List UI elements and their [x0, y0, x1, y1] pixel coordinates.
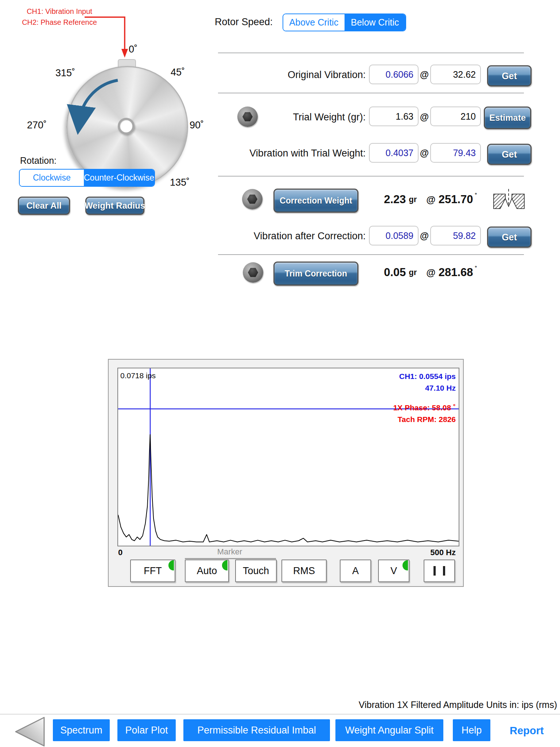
ch1-frequency-readout: 47.10 Hz	[425, 384, 456, 392]
toolbar-item-help[interactable]: Help	[453, 719, 490, 741]
vibration-trial-amplitude-field[interactable]: 0.4037	[369, 143, 419, 163]
vibration-after-get-button[interactable]: Get	[487, 227, 532, 248]
rotation-segmented-control: Clockwise Counter-Clockwise	[19, 169, 155, 187]
toolbar-item-weight-angular-split[interactable]: Weight Angular Split	[335, 719, 443, 741]
trial-weight-label: Trial Weight (gr):	[183, 112, 366, 123]
rms-button[interactable]: RMS	[281, 560, 327, 582]
at-sign: @	[426, 194, 435, 205]
a-units-button-label: A	[352, 565, 359, 577]
toolbar-item-permissible-residual-imbal[interactable]: Permissible Residual Imbal	[183, 719, 330, 741]
toolbar-item-polar-plot[interactable]: Polar Plot	[117, 719, 176, 741]
x-axis-min-label: 0	[118, 548, 122, 557]
auto-button[interactable]: Auto	[185, 560, 229, 582]
green-led-icon	[168, 560, 174, 570]
ch1-amplitude-readout: CH1: 0.0554 ips	[399, 372, 456, 381]
pause-icon	[433, 566, 445, 576]
disk-center-hole	[118, 118, 135, 135]
original-vibration-amplitude-field[interactable]: 0.6066	[369, 65, 419, 84]
degree-label-315: 315˚	[55, 67, 75, 79]
section-divider	[218, 254, 524, 255]
phase-readout: 1X Phase: 58.08 ˚	[393, 403, 456, 412]
rotation-label: Rotation:	[20, 155, 57, 166]
fft-button-label: FFT	[144, 565, 162, 577]
original-vibration-get-button[interactable]: Get	[487, 65, 532, 86]
vibration-after-correction-label: Vibration after Correction:	[183, 231, 366, 242]
vibration-trial-phase-field[interactable]: 79.43	[430, 143, 481, 163]
trim-correction-result: 0.05 gr @ 281.68 ˚	[384, 263, 477, 282]
trim-correction-angle: 281.68	[439, 266, 473, 279]
fft-button[interactable]: FFT	[130, 560, 175, 582]
correction-weight-result: 2.23 gr @ 251.70 ˚	[384, 190, 477, 209]
x-axis-max-label: 500 Hz	[430, 548, 456, 557]
spectrum-trace	[118, 434, 459, 542]
units-note: Vibration 1X Filtered Amplitude Units in…	[359, 700, 557, 710]
rms-button-label: RMS	[293, 565, 315, 577]
marker-label: Marker	[193, 547, 266, 557]
correction-weight-angle: 251.70	[439, 193, 473, 206]
correction-weight-unit: gr	[409, 195, 417, 204]
original-vibration-label: Original Vibration:	[183, 69, 366, 81]
correction-weight-value: 2.23	[384, 193, 406, 206]
toolbar-item-report[interactable]: Report	[510, 725, 544, 737]
at-sign: @	[419, 148, 429, 158]
at-sign: @	[419, 231, 429, 241]
vibration-after-amplitude-field[interactable]: 0.0589	[369, 226, 419, 245]
spectrum-chart	[118, 368, 459, 546]
vibration-after-phase-field[interactable]: 59.82	[430, 226, 481, 245]
spectrum-panel: 0.0718 ips CH1: 0.0554 ips 47.10 Hz 1X P…	[108, 359, 464, 587]
clear-all-button[interactable]: Clear All	[18, 197, 70, 215]
vibration-trial-get-button[interactable]: Get	[487, 144, 532, 165]
trim-correction-button[interactable]: Trim Correction	[273, 262, 358, 286]
correction-weight-button[interactable]: Correction Weight	[273, 189, 358, 213]
section-divider	[218, 93, 524, 93]
full-scale-label: 0.0718 ips	[120, 371, 156, 380]
degree-label-270: 270˚	[27, 120, 47, 131]
rotation-option-clockwise[interactable]: Clockwise	[20, 170, 84, 186]
weight-nut-icon	[242, 189, 262, 209]
section-divider	[218, 53, 524, 53]
trial-weight-phase-field[interactable]: 210	[430, 107, 481, 126]
toolbar-divider	[0, 714, 560, 715]
trim-correction-unit: gr	[409, 268, 417, 277]
v-units-button[interactable]: V	[378, 560, 409, 582]
degree-label-0: 0˚	[129, 44, 137, 55]
at-sign: @	[426, 267, 435, 278]
at-sign: @	[419, 69, 429, 80]
section-divider	[218, 176, 524, 177]
rotor-speed-option-above[interactable]: Above Critic	[283, 14, 345, 31]
rotor-speed-segmented-control: Above Critic Below Critic	[283, 13, 406, 31]
touch-button[interactable]: Touch	[235, 560, 277, 582]
degree-symbol: ˚	[475, 265, 477, 273]
trial-weight-estimate-button[interactable]: Estimate	[484, 107, 531, 129]
tach-rpm-readout: Tach RPM: 2826	[398, 415, 456, 424]
green-led-icon	[402, 560, 408, 570]
auto-button-label: Auto	[197, 565, 217, 577]
degree-symbol: ˚	[475, 192, 477, 200]
marker-underline	[185, 558, 276, 559]
trim-correction-value: 0.05	[384, 266, 406, 279]
original-vibration-phase-field[interactable]: 32.62	[430, 65, 481, 84]
back-button[interactable]	[13, 716, 48, 747]
degree-label-45: 45˚	[171, 67, 185, 78]
rotor-speed-option-below[interactable]: Below Critic	[345, 14, 406, 31]
at-sign: @	[419, 112, 429, 122]
degree-label-135: 135˚	[170, 177, 190, 188]
touch-button-label: Touch	[243, 565, 269, 577]
rotation-option-counter-clockwise[interactable]: Counter-Clockwise	[84, 170, 154, 186]
drill-hole-icon	[493, 189, 525, 209]
green-led-icon	[222, 560, 228, 570]
weight-nut-icon	[243, 262, 263, 283]
trial-weight-amplitude-field[interactable]: 1.63	[369, 107, 419, 126]
weight-radius-button[interactable]: Weight Radius	[85, 197, 144, 215]
vibration-trial-weight-label: Vibration with Trial Weight:	[183, 148, 366, 159]
v-units-button-label: V	[390, 565, 397, 577]
spectrum-plot-area[interactable]: 0.0718 ips CH1: 0.0554 ips 47.10 Hz 1X P…	[117, 368, 459, 546]
pause-button[interactable]	[424, 560, 455, 582]
a-units-button[interactable]: A	[340, 560, 371, 582]
rotor-speed-label: Rotor Speed:	[90, 16, 273, 28]
toolbar-item-spectrum[interactable]: Spectrum	[53, 719, 110, 741]
